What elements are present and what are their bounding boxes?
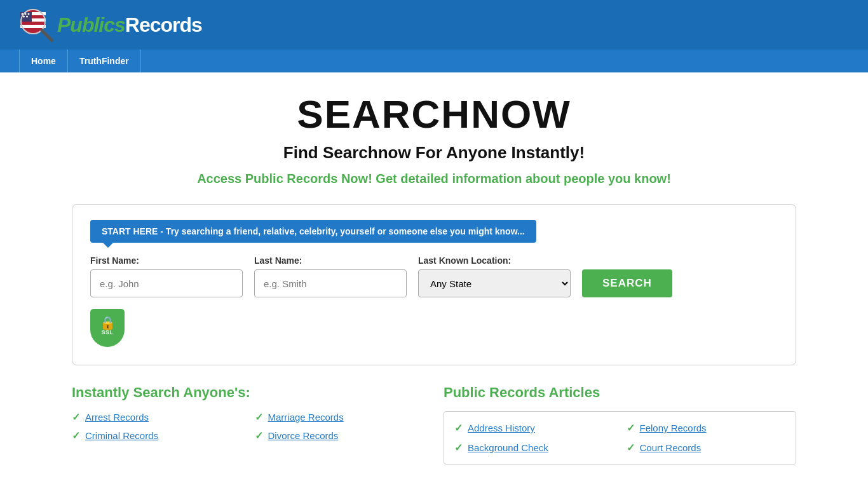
- list-item: ✓ Court Records: [627, 442, 786, 454]
- background-check-link[interactable]: Background Check: [468, 442, 548, 453]
- records-list: ✓ Arrest Records ✓ Marriage Records ✓ Cr…: [72, 411, 424, 442]
- logo-records: Records: [125, 13, 202, 36]
- main-content: SEARCHNOW Find Searchnow For Anyone Inst…: [0, 72, 868, 477]
- check-icon: ✓: [627, 442, 635, 454]
- marriage-records-link[interactable]: Marriage Records: [268, 412, 344, 423]
- last-name-label: Last Name:: [254, 255, 407, 266]
- logo-icon: [19, 8, 53, 42]
- svg-point-8: [23, 16, 25, 18]
- criminal-records-link[interactable]: Criminal Records: [85, 430, 158, 441]
- location-label: Last Known Location:: [418, 255, 571, 266]
- page-tagline: Access Public Records Now! Get detailed …: [13, 172, 855, 186]
- public-records-section: Public Records Articles ✓ Address Histor…: [444, 384, 796, 464]
- list-item: ✓ Divorce Records: [255, 430, 425, 442]
- court-records-link[interactable]: Court Records: [640, 442, 702, 453]
- ssl-badge: 🔒 SSL: [90, 309, 778, 347]
- last-name-input[interactable]: [254, 269, 407, 297]
- check-icon: ✓: [255, 430, 263, 442]
- check-icon: ✓: [454, 442, 463, 454]
- ssl-text: SSL: [101, 329, 113, 336]
- check-icon: ✓: [72, 411, 80, 423]
- divorce-records-link[interactable]: Divorce Records: [268, 430, 339, 441]
- lock-icon: 🔒: [100, 316, 116, 329]
- nav-home[interactable]: Home: [19, 50, 68, 72]
- articles-box: ✓ Address History ✓ Felony Records ✓ Bac…: [444, 411, 796, 464]
- svg-line-11: [42, 30, 52, 41]
- main-nav: Home TruthFinder: [0, 50, 868, 72]
- list-item: ✓ Criminal Records: [72, 430, 242, 442]
- bottom-sections: Instantly Search Anyone's: ✓ Arrest Reco…: [72, 384, 796, 464]
- search-button[interactable]: SEARCH: [582, 269, 672, 297]
- instantly-search-section: Instantly Search Anyone's: ✓ Arrest Reco…: [72, 384, 424, 464]
- page-subtitle: Find Searchnow For Anyone Instantly!: [13, 143, 855, 163]
- start-here-banner: START HERE - Try searching a friend, rel…: [90, 220, 536, 243]
- logo-publics: Publics: [57, 13, 125, 36]
- articles-grid: ✓ Address History ✓ Felony Records ✓ Bac…: [454, 422, 785, 454]
- svg-point-9: [26, 16, 28, 18]
- search-box: START HERE - Try searching a friend, rel…: [72, 204, 796, 365]
- logo: PublicsRecords: [19, 8, 202, 42]
- start-here-label: START HERE: [102, 226, 158, 236]
- check-icon: ✓: [454, 422, 463, 434]
- logo-text: PublicsRecords: [57, 13, 202, 37]
- address-history-link[interactable]: Address History: [468, 423, 535, 433]
- first-name-group: First Name:: [90, 255, 243, 297]
- site-header: PublicsRecords: [0, 0, 868, 50]
- check-icon: ✓: [255, 411, 263, 423]
- search-form-row: First Name: Last Name: Last Known Locati…: [90, 255, 778, 297]
- banner-text: - Try searching a friend, relative, cele…: [158, 226, 524, 236]
- instantly-search-heading: Instantly Search Anyone's:: [72, 384, 424, 401]
- ssl-icon: 🔒 SSL: [90, 309, 125, 347]
- public-records-heading: Public Records Articles: [444, 384, 796, 401]
- list-item: ✓ Arrest Records: [72, 411, 242, 423]
- list-item: ✓ Marriage Records: [255, 411, 425, 423]
- check-icon: ✓: [627, 422, 635, 434]
- list-item: ✓ Address History: [454, 422, 614, 434]
- location-group: Last Known Location: Any StateAlabamaAla…: [418, 255, 571, 297]
- last-name-group: Last Name:: [254, 255, 407, 297]
- page-title: SEARCHNOW: [13, 92, 855, 137]
- nav-truthfinder[interactable]: TruthFinder: [68, 50, 141, 72]
- svg-point-7: [28, 13, 30, 15]
- check-icon: ✓: [72, 430, 80, 442]
- state-select[interactable]: Any StateAlabamaAlaskaArizonaArkansasCal…: [418, 269, 571, 297]
- list-item: ✓ Felony Records: [627, 422, 786, 434]
- first-name-input[interactable]: [90, 269, 243, 297]
- arrest-records-link[interactable]: Arrest Records: [85, 412, 149, 423]
- first-name-label: First Name:: [90, 255, 243, 266]
- svg-rect-2: [20, 25, 46, 28]
- list-item: ✓ Background Check: [454, 442, 614, 454]
- felony-records-link[interactable]: Felony Records: [640, 423, 707, 433]
